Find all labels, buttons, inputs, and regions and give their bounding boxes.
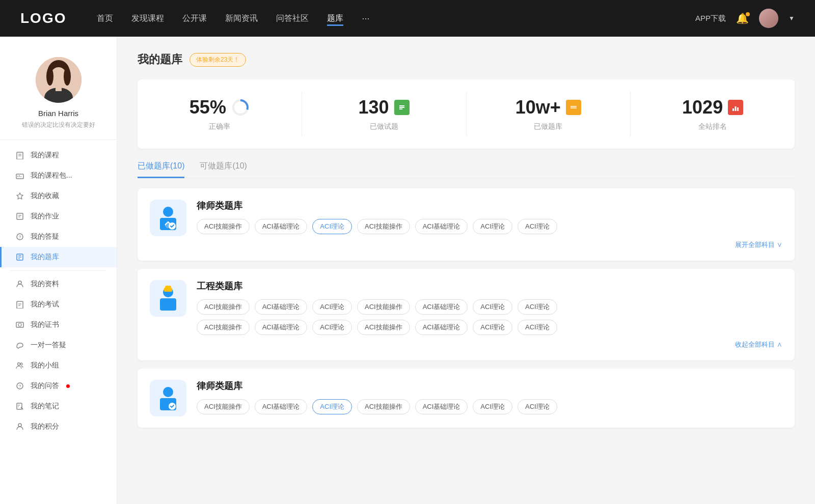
tag[interactable]: ACI理论 — [312, 299, 352, 315]
groups-icon — [15, 361, 24, 370]
tag[interactable]: ACI理论 — [473, 320, 512, 335]
sidebar-item-qanda[interactable]: ? 我的答疑 — [0, 227, 117, 247]
svg-rect-6 — [56, 84, 62, 91]
tag[interactable]: ACI基础理论 — [255, 399, 308, 414]
tag[interactable]: ACI理论 — [473, 219, 512, 234]
course-packages-icon — [15, 171, 24, 180]
tag[interactable]: ACI基础理论 — [415, 219, 468, 234]
sidebar-username: Brian Harris — [10, 109, 106, 118]
lawyer-icon-2 — [154, 384, 182, 412]
tag[interactable]: ACI理论 — [312, 320, 352, 335]
tag[interactable]: ACI基础理论 — [415, 399, 468, 414]
sidebar-item-groups[interactable]: 我的小组 — [0, 355, 117, 376]
avatar[interactable] — [759, 9, 778, 28]
page-header: 我的题库 体验剩余23天！ — [138, 52, 795, 67]
qbank-title: 律师类题库 — [197, 200, 782, 212]
qbank-tags: ACI技能操作 ACI基础理论 ACI理论 ACI技能操作 ACI基础理论 AC… — [197, 299, 782, 315]
sidebar-item-homework[interactable]: 我的作业 — [0, 206, 117, 227]
stat-top: 1029 — [682, 97, 743, 118]
tag[interactable]: ACI基础理论 — [255, 320, 308, 335]
sidebar-item-1on1[interactable]: 一对一答疑 — [0, 335, 117, 355]
sidebar-item-course-packages[interactable]: 我的课程包... — [0, 165, 117, 186]
sidebar-item-label: 我的积分 — [31, 422, 59, 431]
tag[interactable]: ACI基础理论 — [255, 219, 308, 234]
tag[interactable]: ACI基础理论 — [255, 299, 308, 315]
nav-item-qa[interactable]: 问答社区 — [276, 13, 309, 24]
nav-item-home[interactable]: 首页 — [97, 13, 113, 24]
tag[interactable]: ACI技能操作 — [197, 299, 250, 315]
nav-item-opencourse[interactable]: 公开课 — [182, 13, 207, 24]
app-download-button[interactable]: APP下载 — [695, 14, 726, 23]
favorites-icon — [15, 191, 24, 201]
svg-point-41 — [237, 104, 243, 110]
sidebar-item-label: 我的课程 — [31, 151, 59, 160]
tab-done-banks[interactable]: 已做题库(10) — [138, 161, 184, 178]
stat-accuracy-label: 正确率 — [209, 122, 230, 131]
tag[interactable]: ACI基础理论 — [415, 320, 468, 335]
svg-rect-46 — [569, 104, 578, 110]
sidebar-item-label: 我的小组 — [31, 361, 59, 370]
tag[interactable]: ACI理论 — [473, 299, 512, 315]
stat-top: 10w+ — [515, 97, 581, 118]
tag[interactable]: ACI基础理论 — [415, 299, 468, 315]
sidebar-item-favorites[interactable]: 我的收藏 — [0, 186, 117, 206]
tag[interactable]: ACI理论 — [518, 219, 557, 234]
stat-top: 130 — [359, 97, 410, 118]
tag[interactable]: ACI技能操作 — [357, 320, 410, 335]
sidebar-item-label: 我的收藏 — [31, 191, 59, 201]
svg-rect-50 — [732, 108, 734, 111]
svg-point-30 — [18, 363, 20, 366]
tabs-row: 已做题库(10) 可做题库(10) — [138, 161, 795, 178]
tag-active[interactable]: ACI理论 — [312, 219, 352, 234]
nav-item-news[interactable]: 新闻资讯 — [225, 13, 258, 24]
done-questions-icon — [394, 100, 410, 115]
done-banks-icon — [566, 100, 581, 115]
account-dropdown-icon[interactable]: ▼ — [789, 15, 795, 22]
logo[interactable]: LOGO — [20, 10, 66, 26]
nav-item-courses[interactable]: 发现课程 — [131, 13, 164, 24]
tag[interactable]: ACI技能操作 — [357, 299, 410, 315]
tag[interactable]: ACI技能操作 — [197, 320, 250, 335]
notification-bell-icon[interactable]: 🔔 — [736, 12, 749, 24]
my-qa-icon: ? — [15, 381, 24, 390]
tag[interactable]: ACI技能操作 — [357, 399, 410, 414]
stat-done-b-label: 已做题库 — [534, 122, 562, 131]
tag[interactable]: ACI理论 — [518, 299, 557, 315]
tag[interactable]: ACI技能操作 — [197, 399, 250, 414]
tag[interactable]: ACI技能操作 — [197, 219, 250, 234]
stat-rank-label: 全站排名 — [698, 122, 727, 131]
engineer-icon — [154, 284, 182, 313]
sidebar-item-label: 一对一答疑 — [31, 341, 66, 350]
sidebar-item-certificate[interactable]: 我的证书 — [0, 315, 117, 335]
qbank-expand-button[interactable]: 展开全部科目 ∨ — [197, 240, 782, 249]
svg-rect-58 — [160, 298, 176, 311]
qbank-tags-row2: ACI技能操作 ACI基础理论 ACI理论 ACI技能操作 ACI基础理论 AC… — [197, 320, 782, 335]
sidebar-item-qbank[interactable]: 我的题库 — [0, 247, 117, 267]
nav-item-qbank[interactable]: 题库 — [327, 13, 343, 24]
trial-badge: 体验剩余23天！ — [189, 53, 246, 67]
sidebar-item-label: 我的题库 — [31, 253, 59, 262]
tag[interactable]: ACI理论 — [518, 399, 557, 414]
qbank-collapse-button[interactable]: 收起全部科目 ∧ — [197, 340, 782, 349]
one-on-one-icon — [15, 341, 24, 350]
qbank-tags: ACI技能操作 ACI基础理论 ACI理论 ACI技能操作 ACI基础理论 AC… — [197, 399, 782, 414]
nav-more[interactable]: ··· — [362, 13, 369, 24]
points-icon — [15, 422, 24, 431]
tag-active[interactable]: ACI理论 — [312, 399, 352, 414]
sidebar-item-points[interactable]: 我的积分 — [0, 416, 117, 437]
sidebar-item-exam[interactable]: 我的考试 — [0, 294, 117, 315]
tag[interactable]: ACI技能操作 — [357, 219, 410, 234]
sidebar-item-my-qa[interactable]: ? 我的问答 — [0, 376, 117, 396]
qbank-card-lawyer-2: 律师类题库 ACI技能操作 ACI基础理论 ACI理论 ACI技能操作 ACI基… — [138, 369, 795, 428]
sidebar-motto: 错误的决定比没有决定要好 — [10, 121, 106, 129]
tab-available-banks[interactable]: 可做题库(10) — [200, 161, 247, 178]
sidebar-item-my-courses[interactable]: 我的课程 — [0, 145, 117, 165]
svg-rect-34 — [17, 403, 22, 409]
svg-point-38 — [18, 424, 21, 427]
sidebar-item-label: 我的证书 — [31, 320, 59, 329]
tag[interactable]: ACI理论 — [473, 399, 512, 414]
tag[interactable]: ACI理论 — [518, 320, 557, 335]
main-content: 我的题库 体验剩余23天！ 55% 正确率 — [117, 37, 815, 504]
sidebar-item-notes[interactable]: 我的笔记 — [0, 396, 117, 416]
sidebar-item-profile[interactable]: 我的资料 — [0, 274, 117, 294]
